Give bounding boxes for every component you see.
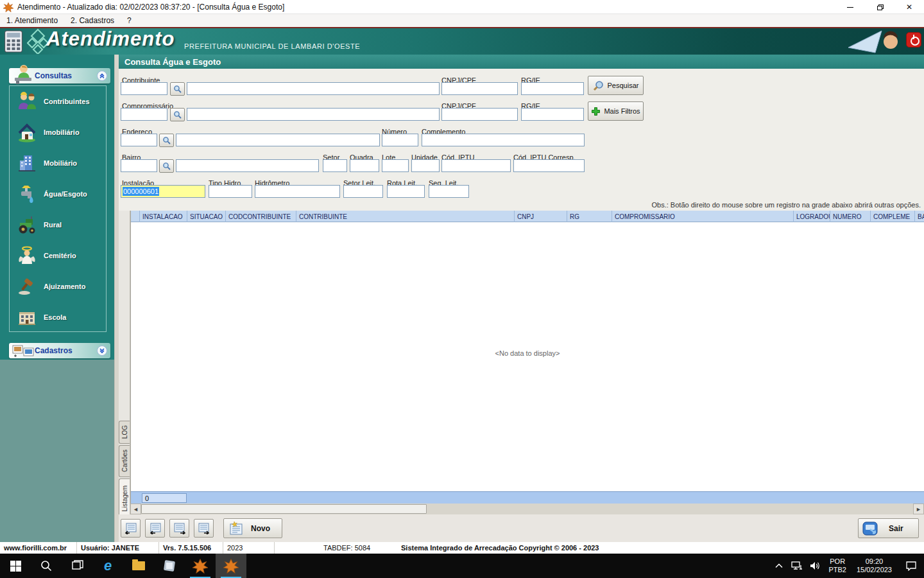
next-record-button[interactable]: [169, 519, 189, 538]
compromissario-cnpj-input[interactable]: [441, 108, 518, 121]
sidebar-item-agua-esgoto[interactable]: Água/Esgoto: [10, 179, 106, 209]
contribuinte-cnpj-input[interactable]: [441, 82, 518, 95]
volume-icon[interactable]: [807, 554, 823, 578]
consultas-icon: [12, 63, 35, 85]
taskbar-atendimento-button[interactable]: [216, 554, 246, 578]
sidebar-item-label: Contribuintes: [44, 98, 90, 105]
novo-button[interactable]: Novo: [223, 518, 282, 538]
sidebar-item-contribuintes[interactable]: Contribuintes: [10, 86, 106, 117]
cod-iptu-input[interactable]: [441, 159, 511, 172]
column-header-numero[interactable]: NUMERO: [830, 211, 871, 222]
sidebar-item-escola[interactable]: Escola: [10, 302, 106, 333]
column-header-cnpj[interactable]: CNPJ: [515, 211, 567, 222]
hidrometro-input[interactable]: [255, 185, 340, 198]
endereco-search-button[interactable]: [159, 134, 174, 147]
sidebar-item-mobiliario[interactable]: Mobiliário: [10, 148, 106, 179]
notification-center-button[interactable]: [898, 554, 924, 578]
lote-input[interactable]: [382, 159, 409, 172]
instalacao-input[interactable]: 000000601: [121, 185, 205, 198]
sair-button[interactable]: Sair: [858, 518, 919, 538]
column-header-instalacao[interactable]: INSTALACAO: [140, 211, 187, 222]
collapse-button[interactable]: [97, 71, 107, 81]
seq-leit-input[interactable]: [429, 185, 469, 198]
tab-log[interactable]: LOG: [119, 421, 130, 444]
sidebar-item-cemiterio[interactable]: Cemitério: [10, 240, 106, 271]
column-header-rg[interactable]: RG: [567, 211, 612, 222]
taskbar-explorer-button[interactable]: [123, 554, 154, 578]
start-button[interactable]: [0, 554, 31, 578]
sidebar-item-label: Ajuizamento: [44, 283, 85, 290]
compromissario-name-input[interactable]: [187, 108, 440, 121]
pesquisar-label: Pesquisar: [608, 82, 639, 89]
expand-button[interactable]: [97, 346, 107, 356]
column-header-logradouro[interactable]: LOGRADOU: [794, 211, 830, 222]
column-header-compromissario[interactable]: COMPROMISSARIO: [612, 211, 794, 222]
taskbar-fiorilli-button[interactable]: [185, 554, 216, 578]
scroll-right-arrow[interactable]: ►: [913, 504, 924, 514]
prior-record-button[interactable]: [145, 519, 165, 538]
tipo-hidro-input[interactable]: [209, 185, 252, 198]
sidebar-group-cadastros[interactable]: Cadastros: [9, 343, 110, 358]
clock[interactable]: 09:20 15/02/2023: [851, 557, 897, 574]
sidebar-item-rural[interactable]: Rural: [10, 209, 106, 240]
compromissario-code-input[interactable]: [121, 108, 167, 121]
close-button[interactable]: ✕: [894, 0, 924, 14]
endereco-name-input[interactable]: [176, 134, 380, 146]
sidebar-group-consultas[interactable]: Consultas: [9, 68, 110, 83]
mais-filtros-label: Mais Filtros: [604, 107, 640, 115]
contribuinte-search-button[interactable]: [170, 82, 185, 96]
horizontal-scrollbar[interactable]: ◄ ►: [130, 504, 924, 514]
setor-input[interactable]: [323, 159, 347, 172]
house-icon: [16, 122, 38, 143]
network-icon[interactable]: [789, 554, 805, 578]
sidebar-item-imobiliario[interactable]: Imobiliário: [10, 117, 106, 148]
column-header-situacao[interactable]: SITUACAO: [187, 211, 226, 222]
tab-cartoes[interactable]: Cartões: [119, 445, 130, 477]
complemento-input[interactable]: [422, 134, 585, 146]
quadra-input[interactable]: [350, 159, 379, 172]
numero-input[interactable]: [382, 134, 418, 146]
column-header-bairro[interactable]: BA: [915, 211, 924, 222]
taskbar-app-button[interactable]: [154, 554, 185, 578]
column-header-complemento[interactable]: COMPLEME: [871, 211, 915, 222]
task-view-button[interactable]: [62, 554, 92, 578]
menu-cadastros[interactable]: 2. Cadastros: [64, 14, 121, 27]
contribuinte-name-input[interactable]: [187, 82, 440, 95]
menu-help[interactable]: ?: [121, 14, 138, 27]
maximize-button[interactable]: [865, 0, 894, 14]
scroll-left-arrow[interactable]: ◄: [130, 504, 141, 514]
minimize-button[interactable]: [835, 0, 865, 14]
contribuinte-code-input[interactable]: [121, 82, 167, 95]
scroll-thumb[interactable]: [141, 504, 427, 514]
power-icon[interactable]: [906, 32, 921, 48]
building-icon: [16, 153, 38, 173]
bairro-name-input[interactable]: [176, 159, 319, 172]
bairro-code-input[interactable]: [121, 159, 157, 172]
compromissario-search-button[interactable]: [170, 108, 185, 121]
bairro-search-button[interactable]: [159, 159, 174, 173]
last-record-button[interactable]: [194, 519, 214, 538]
status-site[interactable]: www.fiorilli.com.br: [0, 542, 77, 554]
sidebar-item-ajuizamento[interactable]: Ajuizamento: [10, 271, 106, 302]
menu-atendimento[interactable]: 1. Atendimento: [0, 14, 64, 27]
first-record-button[interactable]: [121, 519, 141, 538]
column-header-contribuinte[interactable]: CONTRIBUINTE: [296, 211, 515, 222]
rota-leit-input[interactable]: [387, 185, 425, 198]
unidade-input[interactable]: [411, 159, 440, 172]
taskbar-search-button[interactable]: [31, 554, 62, 578]
tray-chevron-up-icon[interactable]: [771, 554, 787, 578]
taskbar-ie-button[interactable]: e: [92, 554, 123, 578]
pesquisar-button[interactable]: Pesquisar: [588, 76, 644, 95]
mais-filtros-button[interactable]: Mais Filtros: [588, 101, 644, 121]
column-header-selector[interactable]: [131, 211, 140, 222]
endereco-code-input[interactable]: [121, 134, 157, 146]
contribuinte-rg-input[interactable]: [521, 82, 584, 95]
cod-iptu-corresp-input[interactable]: [513, 159, 585, 172]
column-header-codcontribuinte[interactable]: CODCONTRIBUINTE: [226, 211, 296, 222]
compromissario-rg-input[interactable]: [521, 108, 584, 121]
language-indicator[interactable]: POR PTB2: [825, 557, 850, 574]
tractor-icon: [16, 215, 38, 235]
sidebar-splitter[interactable]: [114, 55, 119, 542]
setor-leit-input[interactable]: [343, 185, 383, 198]
tab-listagem[interactable]: Listagem: [119, 478, 130, 518]
